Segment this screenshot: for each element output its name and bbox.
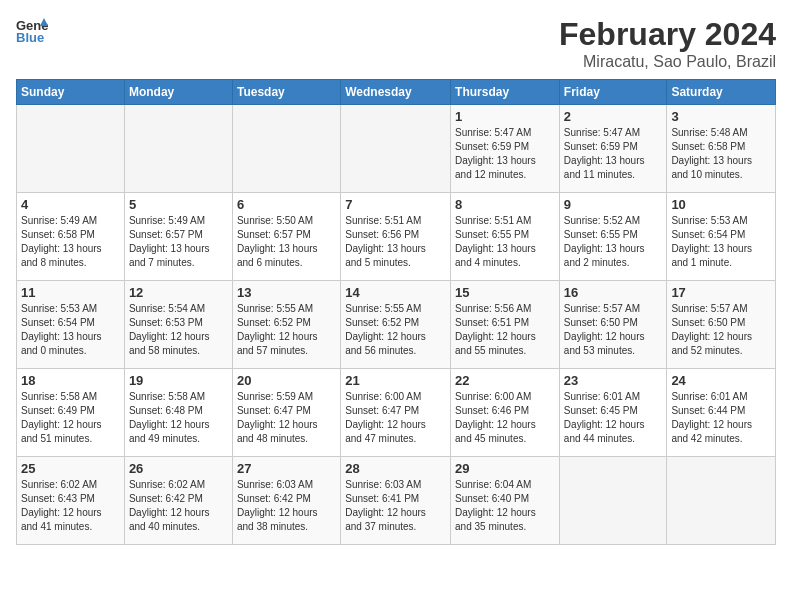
day-number: 1	[455, 109, 555, 124]
day-info: Sunrise: 5:52 AM Sunset: 6:55 PM Dayligh…	[564, 214, 663, 270]
calendar-cell: 5Sunrise: 5:49 AM Sunset: 6:57 PM Daylig…	[124, 193, 232, 281]
col-header-wednesday: Wednesday	[341, 80, 451, 105]
day-number: 23	[564, 373, 663, 388]
calendar-cell: 28Sunrise: 6:03 AM Sunset: 6:41 PM Dayli…	[341, 457, 451, 545]
day-number: 17	[671, 285, 771, 300]
col-header-thursday: Thursday	[451, 80, 560, 105]
day-info: Sunrise: 5:56 AM Sunset: 6:51 PM Dayligh…	[455, 302, 555, 358]
day-number: 12	[129, 285, 228, 300]
calendar-table: SundayMondayTuesdayWednesdayThursdayFrid…	[16, 79, 776, 545]
col-header-monday: Monday	[124, 80, 232, 105]
day-number: 13	[237, 285, 336, 300]
day-info: Sunrise: 5:55 AM Sunset: 6:52 PM Dayligh…	[237, 302, 336, 358]
day-info: Sunrise: 5:53 AM Sunset: 6:54 PM Dayligh…	[671, 214, 771, 270]
calendar-cell	[341, 105, 451, 193]
day-number: 2	[564, 109, 663, 124]
page-header: General Blue February 2024 Miracatu, Sao…	[16, 16, 776, 71]
calendar-cell: 25Sunrise: 6:02 AM Sunset: 6:43 PM Dayli…	[17, 457, 125, 545]
calendar-cell: 29Sunrise: 6:04 AM Sunset: 6:40 PM Dayli…	[451, 457, 560, 545]
day-info: Sunrise: 5:57 AM Sunset: 6:50 PM Dayligh…	[564, 302, 663, 358]
week-row-1: 4Sunrise: 5:49 AM Sunset: 6:58 PM Daylig…	[17, 193, 776, 281]
calendar-body: 1Sunrise: 5:47 AM Sunset: 6:59 PM Daylig…	[17, 105, 776, 545]
calendar-cell	[559, 457, 667, 545]
calendar-cell: 17Sunrise: 5:57 AM Sunset: 6:50 PM Dayli…	[667, 281, 776, 369]
day-info: Sunrise: 5:50 AM Sunset: 6:57 PM Dayligh…	[237, 214, 336, 270]
day-number: 7	[345, 197, 446, 212]
day-info: Sunrise: 6:01 AM Sunset: 6:45 PM Dayligh…	[564, 390, 663, 446]
calendar-cell: 1Sunrise: 5:47 AM Sunset: 6:59 PM Daylig…	[451, 105, 560, 193]
calendar-cell: 27Sunrise: 6:03 AM Sunset: 6:42 PM Dayli…	[232, 457, 340, 545]
calendar-cell: 21Sunrise: 6:00 AM Sunset: 6:47 PM Dayli…	[341, 369, 451, 457]
day-number: 18	[21, 373, 120, 388]
day-info: Sunrise: 6:00 AM Sunset: 6:46 PM Dayligh…	[455, 390, 555, 446]
day-number: 6	[237, 197, 336, 212]
week-row-0: 1Sunrise: 5:47 AM Sunset: 6:59 PM Daylig…	[17, 105, 776, 193]
day-info: Sunrise: 6:03 AM Sunset: 6:41 PM Dayligh…	[345, 478, 446, 534]
day-info: Sunrise: 6:04 AM Sunset: 6:40 PM Dayligh…	[455, 478, 555, 534]
calendar-cell: 9Sunrise: 5:52 AM Sunset: 6:55 PM Daylig…	[559, 193, 667, 281]
month-year-title: February 2024	[559, 16, 776, 53]
day-info: Sunrise: 6:03 AM Sunset: 6:42 PM Dayligh…	[237, 478, 336, 534]
day-number: 15	[455, 285, 555, 300]
day-info: Sunrise: 5:47 AM Sunset: 6:59 PM Dayligh…	[564, 126, 663, 182]
col-header-tuesday: Tuesday	[232, 80, 340, 105]
day-info: Sunrise: 5:51 AM Sunset: 6:56 PM Dayligh…	[345, 214, 446, 270]
day-info: Sunrise: 6:00 AM Sunset: 6:47 PM Dayligh…	[345, 390, 446, 446]
day-number: 3	[671, 109, 771, 124]
day-number: 26	[129, 461, 228, 476]
day-info: Sunrise: 5:59 AM Sunset: 6:47 PM Dayligh…	[237, 390, 336, 446]
day-info: Sunrise: 5:53 AM Sunset: 6:54 PM Dayligh…	[21, 302, 120, 358]
day-info: Sunrise: 6:01 AM Sunset: 6:44 PM Dayligh…	[671, 390, 771, 446]
day-number: 25	[21, 461, 120, 476]
logo: General Blue	[16, 16, 48, 44]
day-info: Sunrise: 5:54 AM Sunset: 6:53 PM Dayligh…	[129, 302, 228, 358]
calendar-cell: 8Sunrise: 5:51 AM Sunset: 6:55 PM Daylig…	[451, 193, 560, 281]
calendar-cell: 24Sunrise: 6:01 AM Sunset: 6:44 PM Dayli…	[667, 369, 776, 457]
day-info: Sunrise: 6:02 AM Sunset: 6:42 PM Dayligh…	[129, 478, 228, 534]
day-number: 19	[129, 373, 228, 388]
days-of-week-row: SundayMondayTuesdayWednesdayThursdayFrid…	[17, 80, 776, 105]
calendar-cell: 14Sunrise: 5:55 AM Sunset: 6:52 PM Dayli…	[341, 281, 451, 369]
day-info: Sunrise: 5:57 AM Sunset: 6:50 PM Dayligh…	[671, 302, 771, 358]
calendar-cell: 12Sunrise: 5:54 AM Sunset: 6:53 PM Dayli…	[124, 281, 232, 369]
calendar-cell: 19Sunrise: 5:58 AM Sunset: 6:48 PM Dayli…	[124, 369, 232, 457]
day-number: 11	[21, 285, 120, 300]
location-subtitle: Miracatu, Sao Paulo, Brazil	[559, 53, 776, 71]
calendar-cell: 6Sunrise: 5:50 AM Sunset: 6:57 PM Daylig…	[232, 193, 340, 281]
day-info: Sunrise: 6:02 AM Sunset: 6:43 PM Dayligh…	[21, 478, 120, 534]
day-info: Sunrise: 5:48 AM Sunset: 6:58 PM Dayligh…	[671, 126, 771, 182]
calendar-cell: 2Sunrise: 5:47 AM Sunset: 6:59 PM Daylig…	[559, 105, 667, 193]
day-info: Sunrise: 5:49 AM Sunset: 6:58 PM Dayligh…	[21, 214, 120, 270]
calendar-cell	[232, 105, 340, 193]
logo-icon: General Blue	[16, 16, 48, 44]
calendar-cell: 18Sunrise: 5:58 AM Sunset: 6:49 PM Dayli…	[17, 369, 125, 457]
day-number: 9	[564, 197, 663, 212]
calendar-cell: 23Sunrise: 6:01 AM Sunset: 6:45 PM Dayli…	[559, 369, 667, 457]
calendar-cell	[17, 105, 125, 193]
day-number: 16	[564, 285, 663, 300]
day-info: Sunrise: 5:51 AM Sunset: 6:55 PM Dayligh…	[455, 214, 555, 270]
day-info: Sunrise: 5:58 AM Sunset: 6:48 PM Dayligh…	[129, 390, 228, 446]
col-header-saturday: Saturday	[667, 80, 776, 105]
day-number: 27	[237, 461, 336, 476]
day-number: 4	[21, 197, 120, 212]
day-info: Sunrise: 5:58 AM Sunset: 6:49 PM Dayligh…	[21, 390, 120, 446]
week-row-4: 25Sunrise: 6:02 AM Sunset: 6:43 PM Dayli…	[17, 457, 776, 545]
day-number: 29	[455, 461, 555, 476]
week-row-3: 18Sunrise: 5:58 AM Sunset: 6:49 PM Dayli…	[17, 369, 776, 457]
calendar-cell: 20Sunrise: 5:59 AM Sunset: 6:47 PM Dayli…	[232, 369, 340, 457]
calendar-cell: 16Sunrise: 5:57 AM Sunset: 6:50 PM Dayli…	[559, 281, 667, 369]
svg-text:Blue: Blue	[16, 30, 44, 44]
day-number: 14	[345, 285, 446, 300]
calendar-cell	[124, 105, 232, 193]
day-info: Sunrise: 5:49 AM Sunset: 6:57 PM Dayligh…	[129, 214, 228, 270]
week-row-2: 11Sunrise: 5:53 AM Sunset: 6:54 PM Dayli…	[17, 281, 776, 369]
calendar-cell: 11Sunrise: 5:53 AM Sunset: 6:54 PM Dayli…	[17, 281, 125, 369]
calendar-cell: 10Sunrise: 5:53 AM Sunset: 6:54 PM Dayli…	[667, 193, 776, 281]
calendar-cell	[667, 457, 776, 545]
day-number: 8	[455, 197, 555, 212]
col-header-sunday: Sunday	[17, 80, 125, 105]
day-info: Sunrise: 5:55 AM Sunset: 6:52 PM Dayligh…	[345, 302, 446, 358]
day-info: Sunrise: 5:47 AM Sunset: 6:59 PM Dayligh…	[455, 126, 555, 182]
calendar-cell: 15Sunrise: 5:56 AM Sunset: 6:51 PM Dayli…	[451, 281, 560, 369]
